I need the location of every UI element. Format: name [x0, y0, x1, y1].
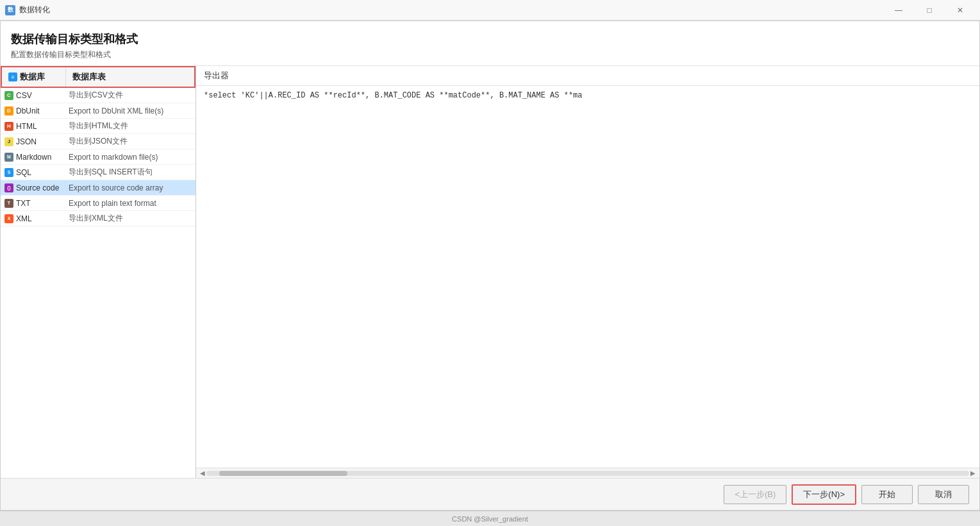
database-icon: ≡ [8, 72, 17, 81]
horizontal-scrollbar-area[interactable]: ◀ ▶ [196, 468, 979, 478]
table-row[interactable]: HHTML导出到HTML文件 [1, 119, 195, 134]
format-name: CSV [16, 91, 32, 100]
scroll-left-arrow[interactable]: ◀ [199, 470, 206, 477]
txt-icon: T [4, 199, 13, 208]
exporter-header: 导出器 [196, 66, 979, 86]
format-icon-cell: SSQL [1, 166, 65, 179]
window-controls: — □ ✕ [884, 0, 975, 21]
finish-button[interactable]: 开始 [861, 485, 913, 504]
watermark-bar: CSDN @Silver_gradient [0, 511, 980, 526]
format-desc: 导出到CSV文件 [65, 88, 195, 103]
table-row[interactable]: DDbUnitExport to DbUnit XML file(s) [1, 103, 195, 119]
horizontal-scrollbar[interactable] [206, 471, 969, 476]
table-row[interactable]: XXML导出到XML文件 [1, 211, 195, 226]
format-name: DbUnit [16, 106, 40, 115]
sql-preview: *select 'KC'||A.REC_ID AS **recId**, B.M… [204, 91, 972, 100]
format-list[interactable]: CCSV导出到CSV文件DDbUnitExport to DbUnit XML … [1, 88, 195, 478]
app-icon: 数 [5, 5, 15, 15]
format-icon-cell: {}Source code [1, 182, 65, 194]
format-icon-cell: XXML [1, 212, 65, 225]
table-row[interactable]: CCSV导出到CSV文件 [1, 88, 195, 103]
dbunit-icon: D [4, 106, 13, 115]
main-window: 数据传输目标类型和格式 配置数据传输目标类型和格式 ≡ 数据库 数据库表 CCS… [0, 21, 980, 511]
col-header-table: 数据库表 [66, 67, 194, 87]
dialog-footer: <上一步(B) 下一步(N)> 开始 取消 [1, 478, 979, 510]
sql-icon: S [4, 168, 13, 177]
format-desc: 导出到HTML文件 [65, 119, 195, 133]
html-icon: H [4, 122, 13, 131]
scroll-right-arrow[interactable]: ▶ [969, 470, 977, 477]
table-row[interactable]: JJSON导出到JSON文件 [1, 134, 195, 149]
table-row[interactable]: MMarkdownExport to markdown file(s) [1, 149, 195, 165]
format-icon-cell: JJSON [1, 135, 65, 148]
table-row[interactable]: SSQL导出到SQL INSERT语句 [1, 165, 195, 180]
format-name: TXT [16, 199, 31, 208]
format-desc: Export to markdown file(s) [65, 151, 195, 164]
src-icon: {} [4, 183, 13, 192]
dialog-subtitle: 配置数据传输目标类型和格式 [11, 49, 969, 60]
format-desc: 导出到XML文件 [65, 211, 195, 226]
format-icon-cell: CCSV [1, 89, 65, 102]
format-name: Markdown [16, 153, 51, 162]
window-title: 数据转化 [19, 4, 884, 15]
dialog-title: 数据传输目标类型和格式 [11, 31, 969, 47]
format-name: HTML [16, 122, 37, 131]
json-icon: J [4, 137, 13, 146]
table-row[interactable]: {}Source codeExport to source code array [1, 180, 195, 196]
csv-icon: C [4, 91, 13, 100]
md-icon: M [4, 153, 13, 162]
format-desc: Export to source code array [65, 182, 195, 194]
right-panel: 导出器 *select 'KC'||A.REC_ID AS **recId**,… [196, 66, 979, 478]
exporter-content: *select 'KC'||A.REC_ID AS **recId**, B.M… [196, 86, 979, 468]
format-icon-cell: DDbUnit [1, 105, 65, 117]
cancel-button[interactable]: 取消 [918, 485, 969, 504]
format-desc: Export to DbUnit XML file(s) [65, 105, 195, 117]
format-desc: 导出到SQL INSERT语句 [65, 165, 195, 180]
minimize-button[interactable]: — [884, 0, 913, 21]
next-button[interactable]: 下一步(N)> [792, 484, 856, 505]
table-header: ≡ 数据库 数据库表 [1, 66, 195, 88]
format-icon-cell: MMarkdown [1, 151, 65, 164]
left-panel: ≡ 数据库 数据库表 CCSV导出到CSV文件DDbUnitExport to … [1, 66, 196, 478]
maximize-button[interactable]: □ [915, 0, 944, 21]
format-desc: Export to plain text format [65, 197, 195, 210]
format-icon-cell: HHTML [1, 120, 65, 133]
dialog-header: 数据传输目标类型和格式 配置数据传输目标类型和格式 [1, 21, 979, 66]
format-name: XML [16, 214, 32, 223]
format-name: Source code [16, 183, 59, 192]
watermark-text: CSDN @Silver_gradient [452, 515, 528, 523]
format-name: SQL [16, 168, 31, 177]
format-icon-cell: TTXT [1, 197, 65, 210]
xml-icon: X [4, 214, 13, 223]
content-area: ≡ 数据库 数据库表 CCSV导出到CSV文件DDbUnitExport to … [1, 66, 979, 478]
table-row[interactable]: TTXTExport to plain text format [1, 196, 195, 211]
format-desc: 导出到JSON文件 [65, 134, 195, 149]
prev-button[interactable]: <上一步(B) [724, 485, 786, 504]
format-name: JSON [16, 137, 37, 146]
scrollbar-thumb[interactable] [219, 471, 347, 476]
close-button[interactable]: ✕ [945, 0, 975, 21]
title-bar: 数 数据转化 — □ ✕ [0, 0, 980, 21]
col-header-database: ≡ 数据库 [2, 67, 66, 87]
